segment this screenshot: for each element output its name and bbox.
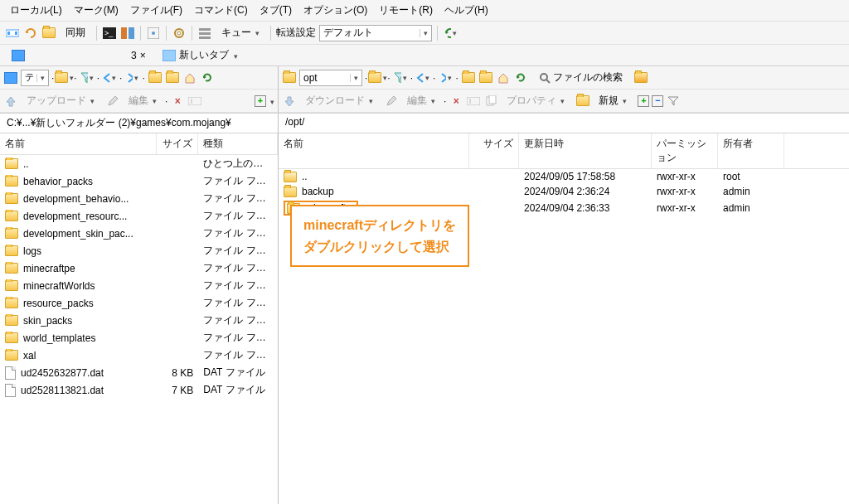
local-pane: 名前 サイズ 種類 ..ひとつ上のディレクbehavior_packsファイル …: [0, 133, 279, 504]
upload-button[interactable]: アップロード: [21, 91, 100, 110]
find-files-button[interactable]: ファイルの検索: [533, 68, 628, 87]
list-item[interactable]: xalファイル フォルダー: [0, 346, 278, 364]
local-nav-toolbar: ▾ · · · · ·: [0, 66, 279, 90]
rcol-owner: 所有者: [718, 133, 784, 168]
folder-root-icon[interactable]: [165, 70, 180, 85]
list-item[interactable]: development_behavio...ファイル フォルダー: [0, 190, 278, 207]
folder-sync-icon[interactable]: [41, 26, 56, 41]
local-list[interactable]: ..ひとつ上のディレクbehavior_packsファイル フォルダーdevel…: [0, 155, 278, 504]
delete-icon[interactable]: ×: [170, 94, 185, 109]
remote-folder-icon[interactable]: [282, 70, 297, 85]
list-item[interactable]: ..ひとつ上のディレク: [0, 155, 278, 172]
list-item[interactable]: development_skin_pac...ファイル フォルダー: [0, 225, 278, 242]
rename-icon[interactable]: [187, 94, 202, 109]
back-icon[interactable]: [102, 70, 117, 85]
new-tab[interactable]: 新しいタブ: [156, 46, 245, 64]
remote-mask-icon[interactable]: [666, 94, 681, 109]
svg-rect-11: [199, 28, 211, 31]
remote-back-icon[interactable]: [415, 70, 430, 85]
compare-icon[interactable]: [120, 26, 135, 41]
reload-local-icon[interactable]: [200, 70, 215, 85]
remote-expand-icon[interactable]: +: [638, 95, 649, 107]
list-item[interactable]: resource_packsファイル フォルダー: [0, 294, 278, 312]
remote-pane: 名前 サイズ 更新日時 パーミッション 所有者 ..2024/09/05 17:…: [279, 133, 849, 504]
local-up-folder-icon[interactable]: [56, 70, 71, 85]
remote-up-folder-icon[interactable]: [370, 70, 385, 85]
sync-browse-icon[interactable]: [23, 26, 38, 41]
copy-icon[interactable]: [483, 94, 498, 109]
session-tabs: 3 × 新しいタブ: [0, 44, 849, 66]
list-item[interactable]: backup2024/09/04 2:36:24rwxr-xr-xadmin: [279, 184, 849, 199]
folder-icon: [5, 315, 18, 326]
transfer-preset-combo[interactable]: ▾: [319, 25, 432, 41]
rename-remote-icon[interactable]: [466, 94, 481, 109]
remote-header[interactable]: 名前 サイズ 更新日時 パーミッション 所有者: [279, 133, 849, 169]
session-tab-active[interactable]: 3 ×: [5, 48, 153, 63]
remote-folder-root-icon[interactable]: [478, 70, 493, 85]
list-item[interactable]: world_templatesファイル フォルダー: [0, 329, 278, 346]
refresh-icon[interactable]: [443, 26, 458, 41]
svg-rect-2: [15, 32, 17, 35]
svg-rect-1: [7, 32, 10, 35]
remote-folder-tree-icon[interactable]: [461, 70, 476, 85]
bookmark-add-icon[interactable]: [633, 70, 648, 85]
gear-icon[interactable]: [172, 26, 187, 41]
svg-line-15: [546, 80, 550, 83]
list-item[interactable]: ud2452632877.dat8 KBDAT ファイル: [0, 364, 278, 381]
edit-remote-button[interactable]: 編集: [401, 91, 441, 110]
menu-item[interactable]: マーク(M): [69, 2, 124, 19]
monitor-icon: [163, 50, 176, 61]
rcol-perm: パーミッション: [652, 133, 718, 168]
expand-icon[interactable]: +: [255, 95, 266, 107]
transfer-preset-input[interactable]: [320, 27, 420, 39]
list-item[interactable]: logsファイル フォルダー: [0, 242, 278, 259]
remote-forward-icon[interactable]: [438, 70, 453, 85]
filter-icon[interactable]: [80, 70, 95, 85]
local-action-toolbar: アップロード 編集 · × +: [0, 90, 279, 113]
queue-icon[interactable]: [197, 26, 212, 41]
properties-button[interactable]: プロパティ: [501, 91, 570, 110]
local-path[interactable]: C:¥...¥新しいフォルダー (2)¥games¥com.mojang¥: [0, 113, 279, 133]
list-item[interactable]: development_resourc...ファイル フォルダー: [0, 207, 278, 225]
terminal-icon[interactable]: >_: [102, 26, 117, 41]
svg-rect-5: [121, 27, 127, 39]
folder-tree-icon[interactable]: [148, 70, 163, 85]
menu-item[interactable]: オプション(O): [298, 2, 372, 19]
new-button[interactable]: 新規: [593, 91, 633, 110]
local-drive-combo[interactable]: ▾: [21, 70, 49, 86]
list-item[interactable]: ud2528113821.dat7 KBDAT ファイル: [0, 381, 278, 399]
remote-collapse-icon[interactable]: −: [652, 95, 663, 107]
download-button[interactable]: ダウンロード: [299, 91, 379, 110]
svg-point-10: [177, 32, 181, 35]
list-item[interactable]: minecraftWorldsファイル フォルダー: [0, 277, 278, 294]
menu-item[interactable]: コマンド(C): [189, 2, 253, 19]
folder-icon: [5, 193, 18, 204]
queue-button[interactable]: キュー: [216, 23, 265, 42]
remote-dir-combo[interactable]: ▾: [299, 70, 362, 86]
reload-remote-icon[interactable]: [513, 70, 528, 85]
list-item[interactable]: ..2024/09/05 17:58:58rwxr-xr-xroot: [279, 169, 849, 184]
home-icon[interactable]: [182, 70, 197, 85]
menu-item[interactable]: リモート(R): [374, 2, 438, 19]
forward-icon[interactable]: [124, 70, 139, 85]
command-icon[interactable]: [146, 26, 161, 41]
remote-filter-icon[interactable]: [393, 70, 408, 85]
menu-item[interactable]: ヘルプ(H): [439, 2, 493, 19]
menu-item[interactable]: タブ(T): [255, 2, 297, 19]
edit-button[interactable]: 編集: [123, 91, 163, 110]
menu-item[interactable]: ファイル(F): [125, 2, 187, 19]
sync-button[interactable]: 同期: [60, 23, 91, 42]
list-item[interactable]: minecraftpeファイル フォルダー: [0, 259, 278, 277]
remote-home-icon[interactable]: [496, 70, 511, 85]
col-name: 名前: [0, 133, 157, 154]
list-item[interactable]: behavior_packsファイル フォルダー: [0, 172, 278, 190]
address-bar-icon[interactable]: [5, 26, 20, 41]
drive-icon[interactable]: [3, 70, 18, 85]
list-item[interactable]: skin_packsファイル フォルダー: [0, 312, 278, 329]
new-folder-icon[interactable]: [575, 94, 590, 109]
local-header[interactable]: 名前 サイズ 種類: [0, 133, 278, 155]
close-tab-icon[interactable]: ×: [140, 50, 146, 61]
remote-path[interactable]: /opt/: [279, 113, 849, 133]
delete-remote-icon[interactable]: ×: [449, 94, 463, 109]
menu-item[interactable]: ローカル(L): [5, 2, 67, 19]
